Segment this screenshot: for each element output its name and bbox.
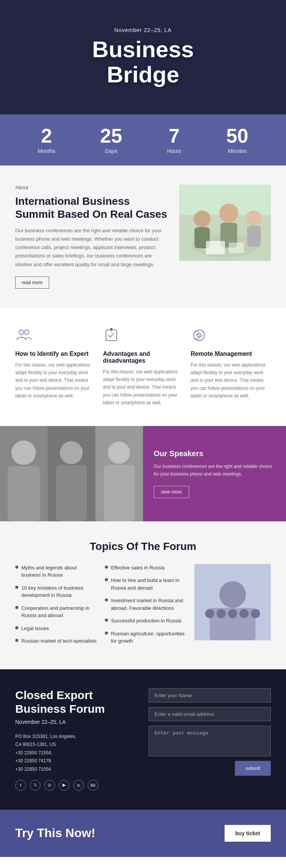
- instagram-icon[interactable]: ◎: [44, 780, 55, 791]
- topic-item: Legal issues: [15, 625, 97, 632]
- countdown-section: 2 Months 25 Days 7 Hours 50 Minutes: [0, 114, 286, 166]
- speakers-section: Our Speakers Our business conferences ar…: [0, 426, 286, 521]
- identify-expert-icon: [15, 327, 34, 345]
- topic-item: Investment market in Russia and abroad. …: [105, 597, 187, 612]
- submit-button[interactable]: submit: [235, 761, 271, 776]
- forum-address: PO Box 315381, Los Angeles, CA 90015-138…: [15, 733, 137, 774]
- hero-content: November 22–25, LA Business Bridge: [92, 27, 194, 87]
- svg-rect-9: [206, 241, 225, 254]
- svg-point-12: [24, 330, 29, 334]
- logos-section: KLASSCO Riviana Target American Heart As…: [0, 857, 286, 868]
- address-line1: PO Box 315381, Los Angeles,: [15, 733, 137, 741]
- advantages-icon: [103, 327, 121, 345]
- cta-title: Try This Now!: [15, 826, 95, 840]
- topics-column-left: Myths and legends about business in Russ…: [15, 564, 97, 650]
- svg-point-33: [217, 609, 226, 618]
- svg-rect-8: [247, 226, 261, 247]
- feature-desc-2: For this reason, our web applications ad…: [103, 368, 183, 407]
- topic-text: Russian agriculture: opportunities for g…: [111, 630, 187, 645]
- phone1: +30 22850 71554,: [15, 749, 137, 757]
- topic-bullet: [15, 626, 18, 629]
- read-more-button[interactable]: read more: [15, 276, 49, 289]
- svg-point-36: [251, 609, 260, 618]
- svg-rect-28: [104, 465, 135, 521]
- speaker-panel-description: Our business conferences are the right a…: [154, 463, 275, 478]
- svg-point-30: [219, 581, 246, 608]
- social-links: f 𝕏 ◎ ▶ in Bē: [15, 780, 137, 791]
- feature-desc-1: For this reason, our web applications ad…: [15, 361, 95, 400]
- about-description: Our business conferences are the right a…: [15, 227, 168, 268]
- topic-bullet: [105, 566, 108, 569]
- view-more-speakers-button[interactable]: view more: [154, 486, 189, 498]
- svg-point-35: [239, 609, 249, 618]
- twitter-icon[interactable]: 𝕏: [30, 780, 40, 791]
- forum-date: November 22–25, LA: [15, 719, 137, 725]
- topic-item: Russian market of tech-specialists: [15, 637, 97, 645]
- forum-section: Closed Export Business Forum November 22…: [0, 669, 286, 810]
- svg-rect-10: [229, 243, 244, 253]
- topic-text: Investment market in Russia and abroad. …: [111, 597, 187, 612]
- svg-point-21: [11, 440, 36, 465]
- svg-point-7: [246, 211, 261, 226]
- facebook-icon[interactable]: f: [15, 780, 26, 791]
- topics-grid: Myths and legends about business in Russ…: [15, 564, 271, 650]
- countdown-months: 2 Months: [38, 126, 55, 154]
- hero-date: November 22–25, LA: [92, 27, 194, 33]
- hours-label: Hours: [167, 148, 181, 154]
- speaker-panel-title: Our Speakers: [154, 449, 275, 458]
- about-title: International Business Summit Based On R…: [15, 195, 168, 220]
- topics-title: Topics Of The Forum: [15, 540, 271, 553]
- phone3: +30 22850 71554: [15, 765, 137, 774]
- topic-text: How to hire and build a team in Russia a…: [111, 577, 187, 592]
- about-text: About International Business Summit Base…: [15, 185, 168, 289]
- name-input[interactable]: [149, 688, 271, 702]
- linkedin-icon[interactable]: in: [73, 780, 84, 791]
- buy-ticket-button[interactable]: buy ticket: [225, 825, 271, 842]
- topics-section: Topics Of The Forum Myths and legends ab…: [0, 521, 286, 669]
- hero-title-line1: Business: [92, 37, 194, 62]
- hero-title: Business Bridge: [92, 37, 194, 87]
- svg-point-32: [205, 609, 214, 618]
- forum-left-panel: Closed Export Business Forum November 22…: [15, 688, 137, 791]
- hero-section: November 22–25, LA Business Bridge: [0, 0, 286, 114]
- email-input[interactable]: [149, 707, 271, 721]
- speaker-photo-1: [0, 426, 48, 521]
- minutes-label: Minutes: [226, 148, 248, 154]
- topic-text: Effective sales in Russia: [111, 564, 165, 572]
- countdown-hours: 7 Hours: [167, 126, 181, 154]
- topic-bullet: [105, 632, 108, 635]
- months-label: Months: [38, 148, 55, 154]
- speaker-photo-3: [95, 426, 143, 521]
- feature-item-2: Advantages and disadvantages For this re…: [103, 327, 183, 407]
- svg-point-27: [108, 442, 130, 464]
- svg-rect-22: [8, 466, 40, 521]
- topic-item: Successful production in Russia: [105, 617, 187, 625]
- topic-item: Russian agriculture: opportunities for g…: [105, 630, 187, 645]
- hours-value: 7: [167, 126, 181, 146]
- feature-title-2: Advantages and disadvantages: [103, 350, 183, 364]
- months-value: 2: [38, 126, 55, 146]
- message-input[interactable]: [149, 726, 271, 756]
- topic-text: 10 key mistakes of business development …: [21, 584, 97, 599]
- topic-bullet: [15, 606, 18, 609]
- topic-text: Myths and legends about business in Russ…: [21, 564, 97, 579]
- youtube-icon[interactable]: ▶: [59, 780, 69, 791]
- about-section: About International Business Summit Base…: [0, 166, 286, 308]
- speaker-panel: Our Speakers Our business conferences ar…: [143, 426, 286, 521]
- topic-item: Myths and legends about business in Russ…: [15, 564, 97, 579]
- feature-item-1: How to Identify an Expert For this reaso…: [15, 327, 95, 407]
- topic-text: Cooperation and partnership in Russia an…: [21, 604, 97, 619]
- about-image: [179, 185, 271, 261]
- behance-icon[interactable]: Bē: [88, 780, 98, 791]
- topic-item: Cooperation and partnership in Russia an…: [15, 604, 97, 619]
- topic-bullet: [15, 586, 18, 589]
- hero-title-line2: Bridge: [107, 62, 179, 87]
- topic-text: Legal issues: [21, 625, 49, 632]
- topic-item: 10 key mistakes of business development …: [15, 584, 97, 599]
- topic-bullet: [105, 619, 108, 622]
- phone2: +30 22850 74178: [15, 757, 137, 765]
- svg-point-5: [219, 204, 238, 223]
- topic-text: Russian market of tech-specialists: [21, 637, 96, 645]
- svg-point-24: [60, 441, 83, 464]
- feature-title-3: Remote Management: [191, 350, 271, 357]
